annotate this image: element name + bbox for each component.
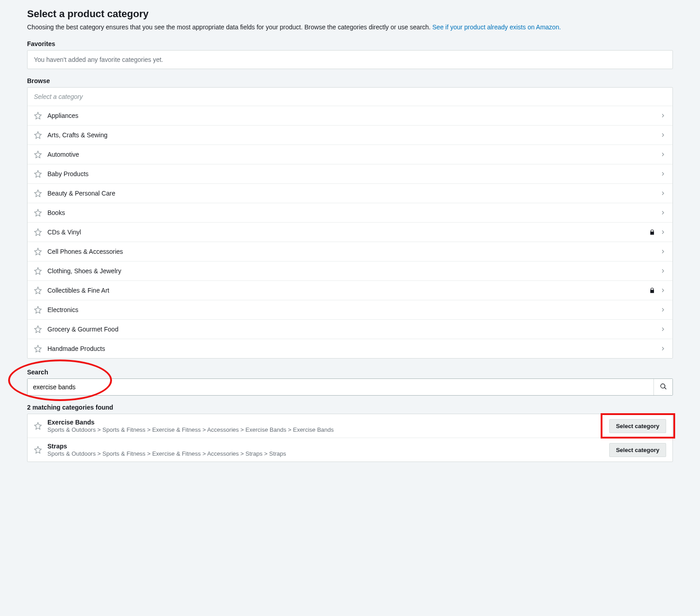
category-row[interactable]: Books	[28, 203, 672, 223]
category-row[interactable]: Automotive	[28, 145, 672, 164]
result-row: StrapsSports & Outdoors > Sports & Fitne…	[28, 438, 672, 462]
category-label: Automotive	[47, 151, 660, 158]
chevron-right-icon	[660, 268, 666, 274]
lock-icon	[649, 229, 655, 235]
category-row[interactable]: Collectibles & Fine Art	[28, 281, 672, 300]
star-icon[interactable]	[34, 150, 42, 159]
page-subtitle: Choosing the best category ensures that …	[27, 23, 673, 32]
browse-box: Select a category AppliancesArts, Crafts…	[27, 87, 673, 359]
result-title: Exercise Bands	[47, 419, 609, 426]
result-path: Sports & Outdoors > Sports & Fitness > E…	[47, 450, 609, 457]
results-count: 2 matching categories found	[27, 404, 673, 411]
search-input[interactable]	[28, 379, 653, 395]
search-row	[27, 378, 673, 396]
star-icon[interactable]	[34, 112, 42, 120]
category-label: Grocery & Gourmet Food	[47, 326, 660, 333]
category-label: Appliances	[47, 112, 660, 119]
star-icon[interactable]	[34, 170, 42, 178]
result-path: Sports & Outdoors > Sports & Fitness > E…	[47, 426, 609, 433]
category-label: Cell Phones & Accessories	[47, 248, 660, 255]
subtitle-link[interactable]: See if your product already exists on Am…	[432, 23, 561, 31]
chevron-right-icon	[660, 307, 666, 313]
result-text: StrapsSports & Outdoors > Sports & Fitne…	[47, 443, 609, 457]
category-label: Electronics	[47, 306, 660, 313]
subtitle-text: Choosing the best category ensures that …	[27, 23, 432, 31]
category-row[interactable]: Clothing, Shoes & Jewelry	[28, 261, 672, 281]
search-button[interactable]	[653, 379, 672, 395]
star-icon[interactable]	[34, 345, 42, 353]
chevron-right-icon	[660, 248, 666, 255]
category-label: CDs & Vinyl	[47, 229, 649, 236]
category-row[interactable]: CDs & Vinyl	[28, 223, 672, 242]
category-row[interactable]: Baby Products	[28, 164, 672, 184]
result-row: Exercise BandsSports & Outdoors > Sports…	[28, 414, 672, 438]
select-category-button[interactable]: Select category	[609, 419, 666, 433]
chevron-right-icon	[660, 326, 666, 332]
star-icon[interactable]	[34, 267, 42, 275]
chevron-right-icon	[660, 210, 666, 216]
star-icon[interactable]	[34, 228, 42, 236]
star-icon[interactable]	[34, 325, 42, 333]
search-icon	[660, 383, 667, 392]
category-label: Books	[47, 209, 660, 216]
result-text: Exercise BandsSports & Outdoors > Sports…	[47, 419, 609, 433]
category-label: Beauty & Personal Care	[47, 190, 660, 197]
star-icon[interactable]	[34, 446, 42, 454]
chevron-right-icon	[660, 112, 666, 119]
browse-label: Browse	[27, 77, 673, 84]
star-icon[interactable]	[34, 189, 42, 197]
star-icon[interactable]	[34, 306, 42, 314]
category-label: Handmade Products	[47, 345, 660, 352]
star-icon[interactable]	[34, 247, 42, 256]
chevron-right-icon	[660, 132, 666, 138]
favorites-empty-text: You haven't added any favorite categorie…	[34, 56, 163, 63]
star-icon[interactable]	[34, 209, 42, 217]
category-label: Baby Products	[47, 170, 660, 177]
category-row[interactable]: Cell Phones & Accessories	[28, 242, 672, 261]
search-label: Search	[27, 369, 673, 376]
star-icon[interactable]	[34, 131, 42, 139]
page-title: Select a product category	[27, 8, 673, 20]
result-title: Straps	[47, 443, 609, 450]
chevron-right-icon	[660, 229, 666, 235]
favorites-box: You haven't added any favorite categorie…	[27, 50, 673, 69]
category-row[interactable]: Grocery & Gourmet Food	[28, 320, 672, 339]
browse-placeholder: Select a category	[28, 88, 672, 106]
category-label: Clothing, Shoes & Jewelry	[47, 267, 660, 275]
star-icon[interactable]	[34, 286, 42, 294]
select-category-button[interactable]: Select category	[609, 443, 666, 457]
category-label: Arts, Crafts & Sewing	[47, 131, 660, 139]
category-row[interactable]: Appliances	[28, 106, 672, 126]
chevron-right-icon	[660, 171, 666, 177]
lock-icon	[649, 287, 655, 294]
category-label: Collectibles & Fine Art	[47, 287, 649, 294]
results-box: Exercise BandsSports & Outdoors > Sports…	[27, 414, 673, 462]
category-row[interactable]: Beauty & Personal Care	[28, 184, 672, 203]
star-icon[interactable]	[34, 422, 42, 430]
chevron-right-icon	[660, 287, 666, 294]
category-row[interactable]: Electronics	[28, 300, 672, 320]
chevron-right-icon	[660, 345, 666, 352]
category-row[interactable]: Arts, Crafts & Sewing	[28, 126, 672, 145]
chevron-right-icon	[660, 151, 666, 158]
favorites-label: Favorites	[27, 40, 673, 47]
chevron-right-icon	[660, 190, 666, 196]
category-row[interactable]: Handmade Products	[28, 339, 672, 358]
